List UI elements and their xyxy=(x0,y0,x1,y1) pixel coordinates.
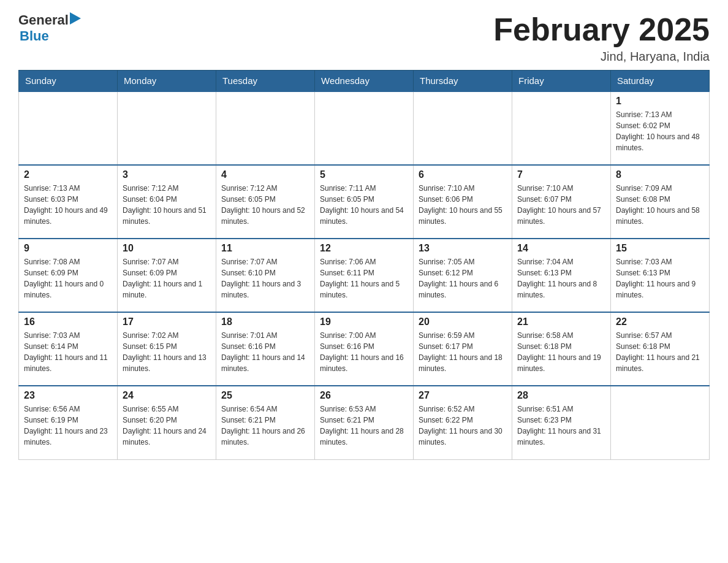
col-friday: Friday xyxy=(512,71,611,92)
day-info: Sunrise: 7:13 AM Sunset: 6:03 PM Dayligh… xyxy=(24,183,112,227)
table-row: 27Sunrise: 6:52 AM Sunset: 6:22 PM Dayli… xyxy=(414,386,512,459)
day-info: Sunrise: 6:53 AM Sunset: 6:21 PM Dayligh… xyxy=(320,404,408,448)
table-row: 21Sunrise: 6:58 AM Sunset: 6:18 PM Dayli… xyxy=(512,312,611,386)
calendar-week-row: 23Sunrise: 6:56 AM Sunset: 6:19 PM Dayli… xyxy=(19,386,710,459)
day-number: 6 xyxy=(419,169,507,180)
col-monday: Monday xyxy=(118,71,216,92)
day-info: Sunrise: 6:55 AM Sunset: 6:20 PM Dayligh… xyxy=(123,404,211,448)
day-number: 26 xyxy=(320,390,408,401)
day-number: 14 xyxy=(517,243,605,254)
day-info: Sunrise: 7:07 AM Sunset: 6:10 PM Dayligh… xyxy=(221,256,309,301)
table-row: 15Sunrise: 7:03 AM Sunset: 6:13 PM Dayli… xyxy=(611,239,710,312)
day-info: Sunrise: 7:00 AM Sunset: 6:16 PM Dayligh… xyxy=(320,330,408,374)
logo-arrow-icon xyxy=(70,12,81,25)
day-number: 24 xyxy=(123,390,211,401)
day-number: 1 xyxy=(616,96,704,107)
day-number: 7 xyxy=(517,169,605,180)
table-row: 26Sunrise: 6:53 AM Sunset: 6:21 PM Dayli… xyxy=(315,386,414,459)
table-row xyxy=(315,91,414,165)
day-number: 23 xyxy=(24,390,112,401)
day-number: 12 xyxy=(320,243,408,254)
day-info: Sunrise: 7:13 AM Sunset: 6:02 PM Dayligh… xyxy=(616,109,704,153)
day-number: 17 xyxy=(123,316,211,327)
page-header: General Blue February 2025 Jind, Haryana… xyxy=(18,12,710,64)
day-number: 4 xyxy=(221,169,309,180)
calendar-header-row: Sunday Monday Tuesday Wednesday Thursday… xyxy=(19,71,710,92)
day-number: 28 xyxy=(517,390,605,401)
col-saturday: Saturday xyxy=(611,71,710,92)
day-info: Sunrise: 7:10 AM Sunset: 6:07 PM Dayligh… xyxy=(517,183,605,227)
day-number: 18 xyxy=(221,316,309,327)
day-info: Sunrise: 7:09 AM Sunset: 6:08 PM Dayligh… xyxy=(616,183,704,227)
day-info: Sunrise: 7:10 AM Sunset: 6:06 PM Dayligh… xyxy=(419,183,507,227)
day-number: 2 xyxy=(24,169,112,180)
day-info: Sunrise: 7:06 AM Sunset: 6:11 PM Dayligh… xyxy=(320,256,408,301)
table-row xyxy=(414,91,512,165)
calendar-week-row: 9Sunrise: 7:08 AM Sunset: 6:09 PM Daylig… xyxy=(19,239,710,312)
day-info: Sunrise: 6:54 AM Sunset: 6:21 PM Dayligh… xyxy=(221,404,309,448)
calendar-table: Sunday Monday Tuesday Wednesday Thursday… xyxy=(18,70,710,460)
table-row: 24Sunrise: 6:55 AM Sunset: 6:20 PM Dayli… xyxy=(118,386,216,459)
table-row: 8Sunrise: 7:09 AM Sunset: 6:08 PM Daylig… xyxy=(611,165,710,239)
col-thursday: Thursday xyxy=(414,71,512,92)
table-row: 23Sunrise: 6:56 AM Sunset: 6:19 PM Dayli… xyxy=(19,386,118,459)
day-number: 8 xyxy=(616,169,704,180)
calendar-week-row: 16Sunrise: 7:03 AM Sunset: 6:14 PM Dayli… xyxy=(19,312,710,386)
table-row: 16Sunrise: 7:03 AM Sunset: 6:14 PM Dayli… xyxy=(19,312,118,386)
day-info: Sunrise: 7:12 AM Sunset: 6:04 PM Dayligh… xyxy=(123,183,211,227)
table-row: 1Sunrise: 7:13 AM Sunset: 6:02 PM Daylig… xyxy=(611,91,710,165)
day-info: Sunrise: 6:51 AM Sunset: 6:23 PM Dayligh… xyxy=(517,404,605,448)
logo: General Blue xyxy=(18,12,81,44)
location-text: Jind, Haryana, India xyxy=(493,50,710,64)
day-number: 9 xyxy=(24,243,112,254)
calendar-week-row: 1Sunrise: 7:13 AM Sunset: 6:02 PM Daylig… xyxy=(19,91,710,165)
table-row: 12Sunrise: 7:06 AM Sunset: 6:11 PM Dayli… xyxy=(315,239,414,312)
col-wednesday: Wednesday xyxy=(315,71,414,92)
table-row xyxy=(512,91,611,165)
table-row: 2Sunrise: 7:13 AM Sunset: 6:03 PM Daylig… xyxy=(19,165,118,239)
day-number: 3 xyxy=(123,169,211,180)
table-row: 10Sunrise: 7:07 AM Sunset: 6:09 PM Dayli… xyxy=(118,239,216,312)
table-row: 17Sunrise: 7:02 AM Sunset: 6:15 PM Dayli… xyxy=(118,312,216,386)
day-info: Sunrise: 6:59 AM Sunset: 6:17 PM Dayligh… xyxy=(419,330,507,374)
table-row: 18Sunrise: 7:01 AM Sunset: 6:16 PM Dayli… xyxy=(216,312,315,386)
calendar-week-row: 2Sunrise: 7:13 AM Sunset: 6:03 PM Daylig… xyxy=(19,165,710,239)
table-row: 7Sunrise: 7:10 AM Sunset: 6:07 PM Daylig… xyxy=(512,165,611,239)
day-info: Sunrise: 7:03 AM Sunset: 6:13 PM Dayligh… xyxy=(616,256,704,301)
table-row: 11Sunrise: 7:07 AM Sunset: 6:10 PM Dayli… xyxy=(216,239,315,312)
day-number: 13 xyxy=(419,243,507,254)
table-row: 4Sunrise: 7:12 AM Sunset: 6:05 PM Daylig… xyxy=(216,165,315,239)
svg-marker-0 xyxy=(70,12,81,25)
logo-general-text: General xyxy=(18,12,69,28)
table-row xyxy=(118,91,216,165)
day-info: Sunrise: 7:11 AM Sunset: 6:05 PM Dayligh… xyxy=(320,183,408,227)
table-row: 5Sunrise: 7:11 AM Sunset: 6:05 PM Daylig… xyxy=(315,165,414,239)
table-row xyxy=(216,91,315,165)
day-number: 22 xyxy=(616,316,704,327)
col-tuesday: Tuesday xyxy=(216,71,315,92)
table-row xyxy=(19,91,118,165)
day-number: 20 xyxy=(419,316,507,327)
day-info: Sunrise: 7:08 AM Sunset: 6:09 PM Dayligh… xyxy=(24,256,112,301)
day-info: Sunrise: 6:57 AM Sunset: 6:18 PM Dayligh… xyxy=(616,330,704,374)
table-row: 13Sunrise: 7:05 AM Sunset: 6:12 PM Dayli… xyxy=(414,239,512,312)
table-row: 3Sunrise: 7:12 AM Sunset: 6:04 PM Daylig… xyxy=(118,165,216,239)
table-row: 14Sunrise: 7:04 AM Sunset: 6:13 PM Dayli… xyxy=(512,239,611,312)
day-info: Sunrise: 7:05 AM Sunset: 6:12 PM Dayligh… xyxy=(419,256,507,301)
day-info: Sunrise: 7:02 AM Sunset: 6:15 PM Dayligh… xyxy=(123,330,211,374)
day-number: 19 xyxy=(320,316,408,327)
table-row: 28Sunrise: 6:51 AM Sunset: 6:23 PM Dayli… xyxy=(512,386,611,459)
day-info: Sunrise: 6:56 AM Sunset: 6:19 PM Dayligh… xyxy=(24,404,112,448)
table-row: 22Sunrise: 6:57 AM Sunset: 6:18 PM Dayli… xyxy=(611,312,710,386)
day-number: 27 xyxy=(419,390,507,401)
day-info: Sunrise: 7:01 AM Sunset: 6:16 PM Dayligh… xyxy=(221,330,309,374)
day-number: 25 xyxy=(221,390,309,401)
table-row: 20Sunrise: 6:59 AM Sunset: 6:17 PM Dayli… xyxy=(414,312,512,386)
day-info: Sunrise: 7:03 AM Sunset: 6:14 PM Dayligh… xyxy=(24,330,112,374)
day-number: 10 xyxy=(123,243,211,254)
table-row: 9Sunrise: 7:08 AM Sunset: 6:09 PM Daylig… xyxy=(19,239,118,312)
day-number: 21 xyxy=(517,316,605,327)
day-number: 15 xyxy=(616,243,704,254)
table-row: 6Sunrise: 7:10 AM Sunset: 6:06 PM Daylig… xyxy=(414,165,512,239)
day-info: Sunrise: 6:58 AM Sunset: 6:18 PM Dayligh… xyxy=(517,330,605,374)
